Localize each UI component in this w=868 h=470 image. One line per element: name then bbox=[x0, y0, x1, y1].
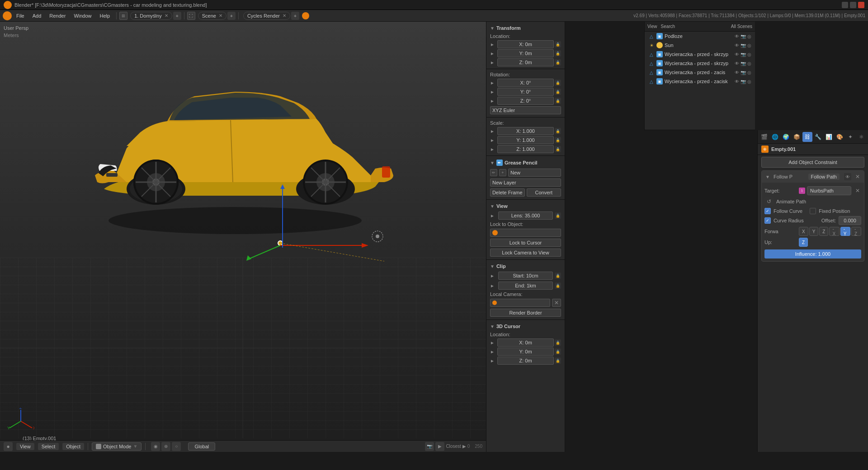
scale-y-lock[interactable]: 🔒 bbox=[555, 137, 561, 143]
scale-x-field[interactable]: X: 1.000 bbox=[497, 127, 554, 135]
w1-eye-icon[interactable]: 👁 bbox=[735, 52, 739, 57]
cursor-3d-header[interactable]: ▼ 3D Cursor bbox=[486, 322, 565, 331]
menu-add[interactable]: Add bbox=[29, 12, 45, 19]
sun-render-icon[interactable]: ◎ bbox=[747, 43, 751, 48]
forward-z-btn[interactable]: Z bbox=[819, 227, 828, 236]
w1-camera-icon[interactable]: 📷 bbox=[741, 52, 746, 57]
tab-add-cycles[interactable]: + bbox=[291, 12, 299, 20]
blender-menu-logo[interactable] bbox=[3, 11, 12, 20]
w3-camera-icon[interactable]: 📷 bbox=[741, 70, 746, 75]
curve-radius-checkbox[interactable]: ✓ bbox=[764, 217, 771, 224]
w2-camera-icon[interactable]: 📷 bbox=[741, 61, 746, 66]
tab-add-scene[interactable]: + bbox=[227, 12, 236, 20]
euler-mode-field[interactable]: XYZ Euler bbox=[490, 106, 561, 114]
offset-field[interactable]: 0.000 bbox=[839, 216, 861, 225]
grease-pencil-header[interactable]: ▼ ✏ Grease Pencil bbox=[486, 158, 565, 168]
view-menu-button[interactable]: View bbox=[16, 443, 34, 450]
render-border-button[interactable]: Render Border bbox=[490, 309, 561, 317]
menu-file[interactable]: File bbox=[13, 12, 28, 19]
menu-render[interactable]: Render bbox=[46, 12, 69, 19]
menu-window[interactable]: Window bbox=[70, 12, 95, 19]
new-button[interactable]: New bbox=[508, 169, 561, 177]
fixed-position-checkbox[interactable] bbox=[810, 208, 816, 214]
location-y-field[interactable]: Y: 0m bbox=[497, 49, 554, 57]
pivot-icon[interactable]: ◉ bbox=[151, 442, 160, 451]
rotation-y-lock[interactable]: 🔒 bbox=[555, 89, 561, 95]
outliner-item-wycieraczka2[interactable]: △ ▣ Wycieraczka - przed - skrzyp 👁 📷 ◎ bbox=[645, 59, 755, 68]
rotation-x-lock[interactable]: 🔒 bbox=[555, 80, 561, 86]
scene-tab-button[interactable]: 🌐 bbox=[770, 132, 780, 142]
mode-selector[interactable]: Object Mode ▼ bbox=[92, 442, 142, 451]
constraint-close-button[interactable]: ✕ bbox=[854, 173, 861, 180]
viewport-3d[interactable]: X Y Z (13) Empty.001 User Persp Meters ●… bbox=[0, 22, 486, 452]
view-header-panel[interactable]: ▼ View bbox=[486, 202, 565, 211]
location-z-lock[interactable]: 🔒 bbox=[555, 59, 561, 66]
proportional-icon[interactable]: ○ bbox=[172, 442, 181, 451]
tab-cycles[interactable]: Cycles Render ✕ bbox=[243, 12, 290, 20]
outliner-item-wycieraczka3[interactable]: △ ▣ Wycieraczka - przed - zacis 👁 📷 ◎ bbox=[645, 68, 755, 77]
forward-neg-z-btn[interactable]: -Z bbox=[851, 227, 861, 236]
w4-eye-icon[interactable]: 👁 bbox=[735, 79, 739, 84]
w2-eye-icon[interactable]: 👁 bbox=[735, 61, 739, 66]
pencil-add-icon[interactable]: + bbox=[499, 169, 506, 176]
lock-object-field[interactable] bbox=[490, 229, 561, 237]
transform-header[interactable]: ▼ Transform bbox=[486, 24, 565, 33]
tab-scene-close[interactable]: ✕ bbox=[219, 13, 222, 18]
rotation-y-field[interactable]: Y: 0° bbox=[497, 88, 554, 96]
outliner-item-podloze[interactable]: △ ▣ Podloze 👁 📷 ◎ bbox=[645, 32, 755, 41]
sun-eye-icon[interactable]: 👁 bbox=[735, 43, 739, 48]
w4-camera-icon[interactable]: 📷 bbox=[741, 79, 746, 84]
menu-help[interactable]: Help bbox=[96, 12, 114, 19]
tab-domyslny[interactable]: 1. Domyślny ✕ bbox=[130, 12, 172, 20]
object-tab-button[interactable]: 📦 bbox=[792, 132, 802, 142]
eye-icon[interactable]: 👁 bbox=[735, 34, 739, 39]
cursor-x-field[interactable]: X: 0m bbox=[497, 338, 554, 347]
up-z-btn[interactable]: Z bbox=[799, 238, 808, 247]
forward-neg-x-btn[interactable]: -X bbox=[829, 227, 839, 236]
target-clear-button[interactable]: ✕ bbox=[854, 187, 861, 194]
full-screen-icon[interactable]: ⛶ bbox=[187, 12, 195, 20]
cursor-z-lock[interactable]: 🔒 bbox=[555, 357, 561, 364]
scale-x-lock[interactable]: 🔒 bbox=[555, 128, 561, 134]
sun-camera-icon[interactable]: 📷 bbox=[741, 43, 746, 48]
constraint-eye-button[interactable]: 👁 bbox=[844, 173, 851, 180]
clip-start-lock[interactable]: 🔒 bbox=[555, 273, 561, 279]
lens-field[interactable]: Lens: 35.000 bbox=[498, 212, 553, 220]
delete-frame-button[interactable]: Delete Frame bbox=[490, 188, 525, 197]
outliner-search-btn[interactable]: Search bbox=[661, 24, 675, 29]
add-constraint-button[interactable]: Add Object Constraint bbox=[761, 157, 864, 168]
close-button[interactable] bbox=[858, 2, 864, 8]
tab-scene[interactable]: Scene ✕ bbox=[198, 12, 226, 20]
snap-icon[interactable]: ⊕ bbox=[161, 442, 170, 451]
target-value-field[interactable]: NurbsPath bbox=[807, 186, 851, 195]
object-menu-button[interactable]: Object bbox=[62, 443, 84, 450]
outliner-allscenes-btn[interactable]: All Scenes bbox=[731, 24, 752, 29]
select-menu-button[interactable]: Select bbox=[38, 443, 59, 450]
convert-button[interactable]: Convert bbox=[527, 188, 561, 197]
forward-neg-y-btn[interactable]: -Y bbox=[840, 227, 850, 236]
tab-cycles-close[interactable]: ✕ bbox=[283, 13, 286, 18]
outliner-view-btn[interactable]: View bbox=[647, 24, 657, 29]
minimize-button[interactable] bbox=[842, 2, 848, 8]
rotation-z-lock[interactable]: 🔒 bbox=[555, 98, 561, 104]
global-button[interactable]: Global bbox=[188, 442, 215, 451]
w1-render-icon[interactable]: ◎ bbox=[747, 52, 751, 57]
clip-start-field[interactable]: Start: 10cm bbox=[498, 272, 553, 280]
modifier-tab-button[interactable]: 🔧 bbox=[813, 132, 823, 142]
follow-curve-checkbox[interactable]: ✓ bbox=[764, 208, 771, 214]
forward-x-btn[interactable]: X bbox=[799, 227, 808, 236]
data-tab-button[interactable]: 📊 bbox=[824, 132, 834, 142]
w3-eye-icon[interactable]: 👁 bbox=[735, 70, 739, 75]
scale-z-lock[interactable]: 🔒 bbox=[555, 146, 561, 152]
camera-icon[interactable]: 📷 bbox=[741, 34, 746, 39]
location-x-lock[interactable]: 🔒 bbox=[555, 41, 561, 47]
location-x-field[interactable]: X: 0m bbox=[497, 40, 554, 48]
outliner-item-sun[interactable]: ☀ Sun 👁 📷 ◎ bbox=[645, 41, 755, 50]
material-tab-button[interactable]: 🎨 bbox=[835, 132, 845, 142]
influence-bar[interactable]: Influence: 1.000 bbox=[764, 249, 861, 258]
tab-domyslny-close[interactable]: ✕ bbox=[165, 13, 168, 18]
view-icon[interactable]: ● bbox=[4, 442, 13, 451]
animate-path-button[interactable]: ↺ bbox=[764, 197, 774, 206]
rotation-x-field[interactable]: X: 0° bbox=[497, 79, 554, 87]
tab-add-button[interactable]: + bbox=[173, 12, 181, 20]
